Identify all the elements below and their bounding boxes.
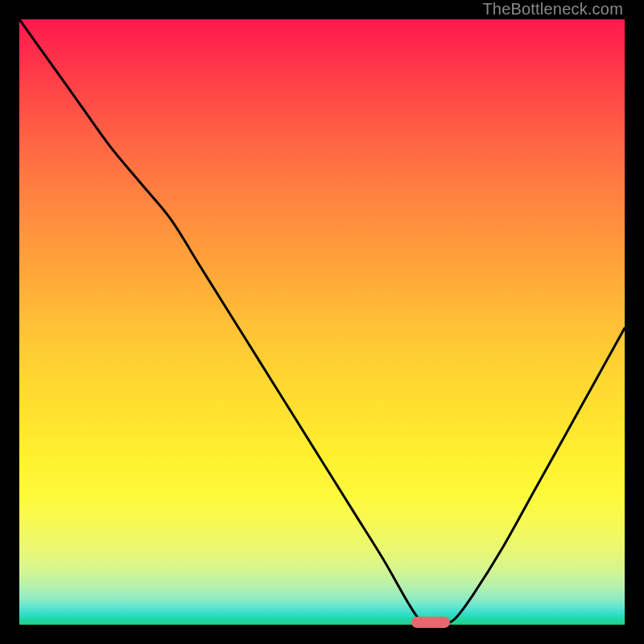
curve-svg bbox=[19, 19, 625, 625]
bottleneck-curve bbox=[19, 19, 625, 625]
chart-frame: TheBottleneck.com bbox=[0, 0, 644, 644]
plot-area bbox=[19, 19, 625, 625]
watermark-text: TheBottleneck.com bbox=[482, 0, 623, 19]
optimal-indicator bbox=[411, 617, 450, 628]
